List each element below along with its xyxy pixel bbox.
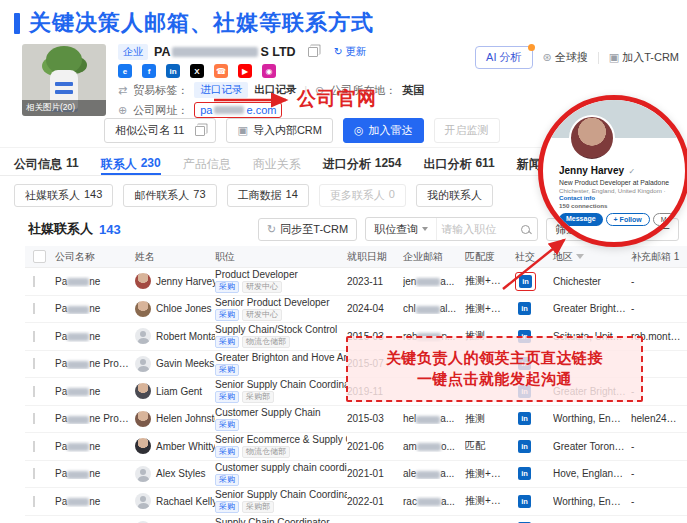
- email-cell: amo...: [403, 441, 465, 452]
- company-website-link[interactable]: pae.com: [194, 102, 282, 118]
- tab-进口分析[interactable]: 进口分析1254: [323, 156, 402, 175]
- position-search-combo: 职位查询: [365, 217, 538, 241]
- contact-name-cell: Alex Styles: [135, 466, 215, 482]
- linkedin-icon[interactable]: in: [519, 275, 532, 288]
- start-date-cell: 2024-04: [347, 303, 403, 314]
- global-search-button[interactable]: ⊛全球搜: [543, 50, 588, 65]
- linkedin-profile-popup: Jenny Harvey ✓ New Product Developer at …: [538, 95, 687, 247]
- row-checkbox[interactable]: [33, 276, 35, 287]
- select-all-checkbox[interactable]: [33, 250, 46, 263]
- website-label: 公司网址：: [133, 103, 188, 118]
- copy-icon[interactable]: [308, 47, 318, 57]
- contact-name-cell: Helen Johnstone: [135, 411, 215, 427]
- youtube-icon[interactable]: ▶: [238, 64, 252, 78]
- row-checkbox[interactable]: [33, 468, 35, 479]
- tag-采购: 采购: [215, 281, 239, 293]
- follow-button[interactable]: + Follow: [606, 213, 650, 226]
- tab-联系人[interactable]: 联系人230: [101, 156, 161, 175]
- row-checkbox[interactable]: [33, 331, 35, 342]
- filter-icon[interactable]: [576, 254, 584, 259]
- import-records-tag[interactable]: 进口记录: [194, 82, 248, 98]
- avatar: [135, 411, 151, 427]
- export-records-tag[interactable]: 出口记录: [254, 83, 296, 97]
- chip-工商数据[interactable]: 工商数据14: [227, 184, 309, 207]
- position-cell: Senior Ecommerce & Supply Cha...采购物流仓储部: [215, 434, 347, 458]
- contact-type-chips: 社媒联系人143邮件联系人73工商数据14更多联系人0我的联系人: [14, 184, 493, 207]
- facebook-icon[interactable]: f: [142, 64, 156, 78]
- contact-name-cell: Jenny Harvey: [135, 273, 215, 289]
- social-cell: in: [515, 410, 553, 427]
- page-title: 关键决策人邮箱、社媒等联系方式: [29, 8, 374, 38]
- linkedin-icon[interactable]: in: [518, 495, 531, 508]
- linkedin-connections: 150 connections: [559, 202, 671, 209]
- ai-analysis-button[interactable]: AI 分析: [475, 46, 532, 69]
- social-cell: in: [515, 438, 553, 455]
- table-row: PaneChloe JonesSenior Product Developer采…: [25, 296, 687, 324]
- row-checkbox[interactable]: [33, 413, 35, 424]
- linkedin-icon[interactable]: in: [518, 440, 531, 453]
- refresh-update-button[interactable]: ↻ 更新: [334, 45, 367, 59]
- chip-我的联系人[interactable]: 我的联系人: [416, 184, 493, 207]
- start-date-cell: 2021-01: [347, 468, 403, 479]
- col-地区: 地区: [553, 250, 631, 264]
- company-name: PAS LTD: [154, 45, 296, 59]
- chip-社媒联系人[interactable]: 社媒联系人143: [14, 184, 113, 207]
- linkedin-location: Chichester, England, United Kingdom · Co…: [559, 187, 671, 201]
- start-date-cell: 2021-06: [347, 441, 403, 452]
- start-monitor-button[interactable]: 开启监测: [434, 118, 500, 143]
- match-cell: 推测+验证: [465, 302, 515, 316]
- linkedin-headline: New Product Developer at Paladone: [559, 179, 671, 186]
- linkedin-icon[interactable]: in: [518, 412, 531, 425]
- chip-邮件联系人[interactable]: 邮件联系人73: [123, 184, 216, 207]
- tab-公司信息[interactable]: 公司信息11: [14, 156, 79, 175]
- message-button[interactable]: Message: [559, 213, 603, 226]
- chip-更多联系人[interactable]: 更多联系人0: [319, 184, 406, 207]
- position-cell: Product Developer采购研发中心: [215, 269, 347, 293]
- contact-name-cell: Robert Monta...: [135, 328, 215, 344]
- contact-name-cell: Liam Gent: [135, 383, 215, 399]
- contact-info-link[interactable]: Contact info: [559, 194, 595, 201]
- title-accent-bar: [14, 13, 20, 34]
- add-radar-button[interactable]: ◎加入雷达: [343, 118, 424, 143]
- import-crm-button[interactable]: ▣导入内部CRM: [226, 118, 332, 143]
- row-checkbox[interactable]: [33, 496, 35, 507]
- row-checkbox[interactable]: [33, 441, 35, 452]
- location-value: 英国: [402, 83, 424, 98]
- company-photo[interactable]: 相关图片(20): [22, 44, 106, 116]
- linkedin-icon[interactable]: in: [518, 467, 531, 480]
- join-tcrm-button[interactable]: ▣加入T-CRM: [609, 50, 679, 65]
- tag-采购: 采购: [215, 309, 239, 321]
- avatar: [135, 328, 151, 344]
- table-row: Pane Produc...Helen JohnstoneCustomer Su…: [25, 406, 687, 434]
- position-cell: Greater Brighton and Hove Area采购: [215, 352, 347, 376]
- linkedin-name: Jenny Harvey: [559, 165, 624, 176]
- tag-采购: 采购: [215, 474, 239, 486]
- linkedin-icon[interactable]: in: [166, 64, 180, 78]
- row-checkbox[interactable]: [33, 303, 35, 314]
- verified-icon: ✓: [629, 167, 636, 176]
- instagram-icon[interactable]: ◉: [262, 64, 276, 78]
- tab-产品信息[interactable]: 产品信息: [183, 156, 231, 175]
- related-images-caption[interactable]: 相关图片(20): [22, 100, 106, 116]
- tag-采购: 采购: [215, 446, 239, 458]
- table-row: PaneRachael KellySenior Supply Chain Coo…: [25, 488, 687, 516]
- tab-商业关系[interactable]: 商业关系: [253, 156, 301, 175]
- x-icon[interactable]: X: [190, 64, 204, 78]
- search-icon[interactable]: [521, 225, 530, 234]
- similar-company-button[interactable]: 相似公司名 11: [104, 118, 216, 143]
- phone-icon[interactable]: ☎: [214, 64, 228, 78]
- import-icon: ▣: [237, 124, 247, 137]
- extra-email-cell: -: [631, 276, 687, 287]
- linkedin-icon[interactable]: in: [518, 302, 531, 315]
- sync-tcrm-button[interactable]: ↻同步至T-CRM: [258, 218, 357, 241]
- website-icon[interactable]: e: [118, 64, 132, 78]
- position-query-dropdown[interactable]: 职位查询: [366, 218, 437, 240]
- row-checkbox[interactable]: [33, 386, 35, 397]
- match-cell: 推测+验证: [465, 467, 515, 481]
- region-cell: Worthing, England,...: [553, 496, 631, 507]
- extra-email-cell: -: [631, 303, 687, 314]
- row-checkbox[interactable]: [33, 358, 35, 369]
- tab-出口分析[interactable]: 出口分析611: [423, 156, 494, 175]
- position-search-input[interactable]: [437, 223, 519, 235]
- tag-采购: 采购: [215, 391, 239, 403]
